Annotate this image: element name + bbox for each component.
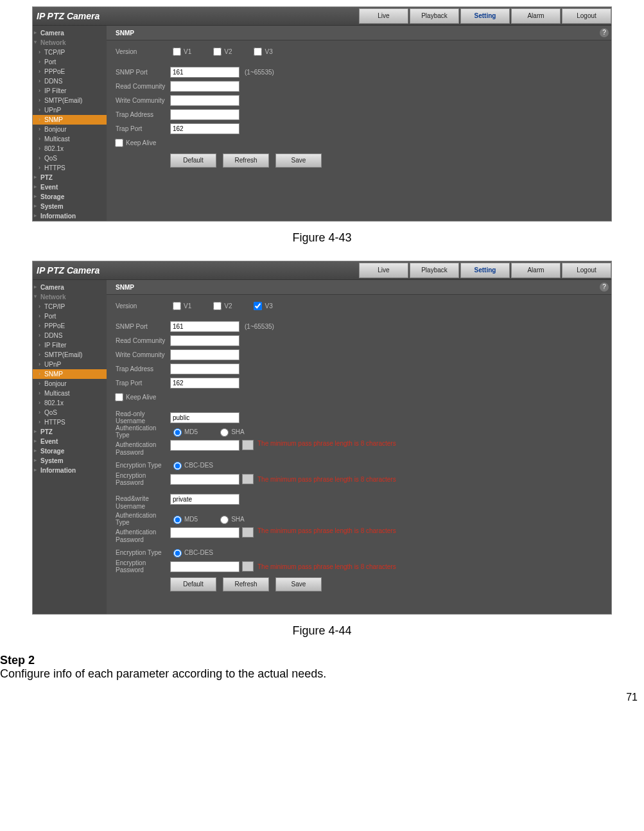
auth-sha-radio-2[interactable]: SHA — [217, 514, 245, 524]
sidebar-item-pppoe[interactable]: PPPoE — [33, 67, 107, 76]
auth-sha-radio[interactable]: SHA — [217, 426, 245, 437]
auth-password-label-2: Authentication Password — [116, 527, 170, 544]
keyboard-icon[interactable] — [242, 561, 254, 572]
sidebar-item-tcpip[interactable]: TCP/IP — [33, 302, 107, 311]
sidebar-item-https[interactable]: HTTPS — [33, 417, 107, 427]
trap-port-input[interactable] — [170, 123, 239, 134]
main-tabs: Live Playback Setting Alarm Logout — [358, 8, 611, 24]
version-v3-checkbox[interactable]: V3 — [251, 46, 272, 58]
sidebar-item-multicast[interactable]: Multicast — [33, 389, 107, 398]
sidebar-item-upnp[interactable]: UPnP — [33, 360, 107, 369]
tab-setting[interactable]: Setting — [460, 263, 510, 278]
tab-live[interactable]: Live — [359, 263, 408, 278]
auth-md5-radio-2[interactable]: MD5 — [170, 514, 198, 524]
sidebar-cat-event[interactable]: Event — [33, 182, 107, 192]
keyboard-icon[interactable] — [242, 474, 254, 484]
keyboard-icon[interactable] — [242, 527, 254, 538]
content-area: SNMP ? Version V1 V2 V3 SNMP Port — [107, 26, 611, 221]
tab-playback[interactable]: Playback — [410, 263, 459, 278]
version-v2-checkbox[interactable]: V2 — [211, 300, 232, 312]
sidebar-cat-camera[interactable]: Camera — [33, 283, 107, 292]
sidebar-cat-system[interactable]: System — [33, 202, 107, 211]
version-v2-checkbox[interactable]: V2 — [211, 46, 232, 58]
enc-cbcdes-radio-2[interactable]: CBC-DES — [170, 547, 213, 557]
sidebar-item-bonjour[interactable]: Bonjour — [33, 125, 107, 134]
default-button[interactable]: Default — [170, 577, 216, 591]
sidebar-item-dot1x[interactable]: 802.1x — [33, 398, 107, 408]
sidebar-item-ddns[interactable]: DDNS — [33, 331, 107, 340]
sidebar-cat-information[interactable]: Information — [33, 466, 107, 475]
write-community-label: Write Community — [116, 97, 170, 104]
tab-setting[interactable]: Setting — [460, 8, 510, 24]
version-v1-checkbox[interactable]: V1 — [170, 300, 191, 312]
enc-password-input[interactable] — [170, 474, 239, 485]
sidebar-item-dot1x[interactable]: 802.1x — [33, 144, 107, 153]
tab-logout[interactable]: Logout — [562, 263, 611, 278]
sidebar-cat-network[interactable]: Network — [33, 38, 107, 48]
sidebar-item-snmp[interactable]: SNMP — [33, 115, 107, 125]
save-button[interactable]: Save — [275, 153, 322, 168]
auth-password-input[interactable] — [170, 440, 239, 451]
keep-alive-checkbox[interactable]: Keep Alive — [112, 391, 156, 403]
sidebar-item-port[interactable]: Port — [33, 311, 107, 321]
sidebar-item-qos[interactable]: QoS — [33, 153, 107, 163]
trap-port-input[interactable] — [170, 378, 239, 389]
sidebar-item-smtp[interactable]: SMTP(Email) — [33, 96, 107, 105]
sidebar-item-tcpip[interactable]: TCP/IP — [33, 48, 107, 57]
tab-logout[interactable]: Logout — [562, 8, 611, 24]
sidebar-item-snmp[interactable]: SNMP — [33, 369, 107, 379]
ro-username-input[interactable] — [170, 412, 239, 423]
enc-password-input-2[interactable] — [170, 561, 239, 572]
refresh-button[interactable]: Refresh — [223, 153, 269, 168]
page-number: 71 — [626, 692, 638, 703]
sidebar-item-pppoe[interactable]: PPPoE — [33, 321, 107, 331]
auth-password-input-2[interactable] — [170, 527, 239, 538]
write-community-label: Write Community — [116, 351, 170, 358]
tab-alarm[interactable]: Alarm — [511, 263, 561, 278]
tab-alarm[interactable]: Alarm — [511, 8, 561, 24]
trap-address-input[interactable] — [170, 109, 239, 120]
sidebar-item-bonjour[interactable]: Bonjour — [33, 379, 107, 389]
sidebar-cat-ptz[interactable]: PTZ — [33, 427, 107, 437]
sidebar-item-ipfilter[interactable]: IP Filter — [33, 340, 107, 350]
keyboard-icon[interactable] — [242, 440, 254, 450]
write-community-input[interactable] — [170, 95, 239, 106]
sidebar-item-https[interactable]: HTTPS — [33, 163, 107, 173]
sidebar-item-qos[interactable]: QoS — [33, 408, 107, 417]
sidebar-cat-storage[interactable]: Storage — [33, 446, 107, 456]
sidebar-cat-camera[interactable]: Camera — [33, 28, 107, 38]
help-icon[interactable]: ? — [600, 28, 609, 37]
refresh-button[interactable]: Refresh — [223, 577, 269, 591]
rw-username-input[interactable] — [170, 494, 239, 505]
auth-md5-radio[interactable]: MD5 — [170, 426, 198, 437]
sidebar-cat-network[interactable]: Network — [33, 292, 107, 302]
enc-cbcdes-radio[interactable]: CBC-DES — [170, 460, 213, 470]
write-community-input[interactable] — [170, 349, 239, 360]
keep-alive-checkbox[interactable]: Keep Alive — [112, 137, 156, 149]
trap-address-input[interactable] — [170, 363, 239, 374]
sidebar-item-ipfilter[interactable]: IP Filter — [33, 86, 107, 96]
sidebar-item-smtp[interactable]: SMTP(Email) — [33, 350, 107, 360]
tab-playback[interactable]: Playback — [410, 8, 459, 24]
version-v1-checkbox[interactable]: V1 — [170, 46, 191, 58]
save-button[interactable]: Save — [275, 577, 322, 591]
read-community-input[interactable] — [170, 335, 239, 346]
sidebar-item-ddns[interactable]: DDNS — [33, 76, 107, 86]
sidebar-cat-ptz[interactable]: PTZ — [33, 173, 107, 182]
default-button[interactable]: Default — [170, 153, 216, 168]
sidebar-item-port[interactable]: Port — [33, 57, 107, 67]
help-icon[interactable]: ? — [600, 283, 609, 292]
sidebar-item-multicast[interactable]: Multicast — [33, 134, 107, 144]
sidebar-cat-information[interactable]: Information — [33, 211, 107, 221]
snmp-port-input[interactable] — [170, 321, 239, 332]
version-v3-checkbox[interactable]: V3 — [251, 300, 272, 312]
read-community-input[interactable] — [170, 81, 239, 92]
snmp-port-input[interactable] — [170, 67, 239, 78]
auth-password-warning: The minimum pass phrase length is 8 char… — [257, 440, 396, 447]
enc-password-warning-2: The minimum pass phrase length is 8 char… — [257, 563, 396, 570]
sidebar-cat-system[interactable]: System — [33, 456, 107, 466]
sidebar-item-upnp[interactable]: UPnP — [33, 105, 107, 115]
tab-live[interactable]: Live — [359, 8, 408, 24]
sidebar-cat-event[interactable]: Event — [33, 437, 107, 446]
sidebar-cat-storage[interactable]: Storage — [33, 192, 107, 202]
